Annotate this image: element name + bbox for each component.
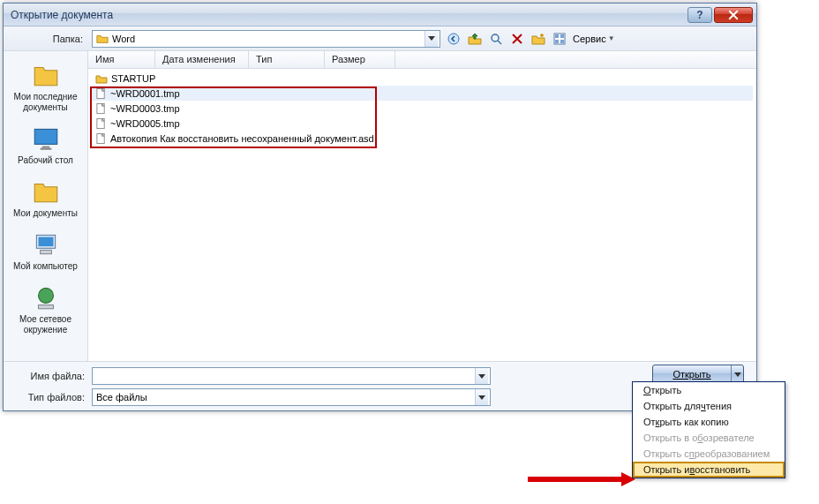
svg-rect-3 xyxy=(555,34,559,38)
network-icon xyxy=(31,282,61,312)
svg-rect-4 xyxy=(560,34,564,38)
svg-rect-6 xyxy=(560,40,564,43)
column-headers[interactable]: Имя Дата изменения Тип Размер xyxy=(88,51,756,69)
filetype-label: Тип файлов: xyxy=(11,392,86,402)
svg-rect-14 xyxy=(38,305,53,309)
svg-rect-9 xyxy=(40,148,51,150)
folder-label: Папка: xyxy=(11,34,86,44)
sidebar-item-mycomputer[interactable]: Мой компьютер xyxy=(6,226,86,277)
menu-item: Открыть с преобразованием xyxy=(633,446,785,462)
help-button[interactable]: ? xyxy=(688,7,712,23)
open-file-dialog: Открытие документа ? Папка: Word Сервис … xyxy=(3,3,757,411)
toolbar: Папка: Word Сервис ▼ xyxy=(4,26,756,51)
file-list-area: Имя Дата изменения Тип Размер STARTUP~WR… xyxy=(88,51,756,361)
svg-rect-5 xyxy=(555,40,559,43)
folder-combo[interactable]: Word xyxy=(92,30,440,48)
file-icon xyxy=(95,132,107,145)
filetype-dropdown[interactable] xyxy=(475,389,488,405)
filename-dropdown[interactable] xyxy=(475,368,488,384)
annotation-arrow xyxy=(528,473,635,485)
window-title: Открытие документа xyxy=(11,9,686,21)
open-button-dropdown[interactable] xyxy=(731,365,743,383)
menu-item[interactable]: Открыть для чтения xyxy=(633,398,785,414)
open-button-menu[interactable]: ОткрытьОткрыть для чтенияОткрыть как коп… xyxy=(632,381,785,478)
folder-icon xyxy=(96,33,109,45)
svg-rect-8 xyxy=(41,147,49,148)
col-date[interactable]: Дата изменения xyxy=(155,51,249,68)
sidebar-item-desktop[interactable]: Рабочий стол xyxy=(6,120,86,171)
sidebar-item-recent[interactable]: Мои последние документы xyxy=(6,56,86,118)
svg-point-1 xyxy=(492,34,499,41)
col-type[interactable]: Тип xyxy=(249,51,325,68)
svg-point-0 xyxy=(448,34,459,44)
menu-item[interactable]: Открыть как копию xyxy=(633,414,785,430)
file-row[interactable]: ~WRD0003.tmp xyxy=(92,101,753,116)
file-name: ~WRD0005.tmp xyxy=(110,118,180,129)
svg-rect-11 xyxy=(38,237,53,247)
col-name[interactable]: Имя xyxy=(88,51,155,68)
svg-point-13 xyxy=(38,288,53,303)
search-web-icon[interactable] xyxy=(488,31,504,47)
new-folder-icon[interactable] xyxy=(530,31,546,47)
filename-label: Имя файла: xyxy=(11,371,86,381)
menu-item[interactable]: Открыть xyxy=(633,382,785,398)
file-row[interactable]: ~WRD0005.tmp xyxy=(92,116,753,131)
file-row[interactable]: STARTUP xyxy=(92,71,753,86)
close-button[interactable] xyxy=(714,7,753,23)
service-menu[interactable]: Сервис ▼ xyxy=(573,34,615,44)
file-name: Автокопия Как восстановить несохраненный… xyxy=(110,133,374,144)
my-docs-icon xyxy=(31,177,61,207)
file-row[interactable]: Автокопия Как восстановить несохраненный… xyxy=(92,131,753,146)
menu-item[interactable]: Открыть и восстановить xyxy=(633,462,785,478)
folder-combo-dropdown[interactable] xyxy=(425,31,438,47)
desktop-icon xyxy=(31,124,61,154)
filename-input[interactable] xyxy=(92,367,491,385)
file-list[interactable]: STARTUP~WRD0001.tmp~WRD0003.tmp~WRD0005.… xyxy=(88,69,756,361)
chevron-down-icon: ▼ xyxy=(608,34,615,42)
file-icon xyxy=(95,117,107,130)
folder-combo-value: Word xyxy=(112,34,425,44)
service-label: Сервис xyxy=(573,34,606,44)
views-icon[interactable] xyxy=(552,31,567,47)
titlebar[interactable]: Открытие документа ? xyxy=(4,4,756,26)
file-icon xyxy=(95,87,107,100)
svg-rect-12 xyxy=(40,250,51,253)
file-name: STARTUP xyxy=(111,73,155,84)
sidebar-item-network[interactable]: Мое сетевое окружение xyxy=(6,279,86,341)
file-name: ~WRD0003.tmp xyxy=(110,103,180,114)
computer-icon xyxy=(31,229,61,260)
recent-docs-icon xyxy=(31,60,61,90)
delete-icon[interactable] xyxy=(509,31,525,47)
file-name: ~WRD0001.tmp xyxy=(110,88,180,99)
col-size[interactable]: Размер xyxy=(325,51,395,68)
filetype-combo[interactable]: Все файлы xyxy=(92,388,491,406)
sidebar-item-mydocs[interactable]: Мои документы xyxy=(6,173,86,224)
up-one-level-icon[interactable] xyxy=(467,31,483,47)
back-icon[interactable] xyxy=(446,31,462,47)
folder-icon xyxy=(95,72,108,85)
file-icon xyxy=(95,102,107,115)
places-sidebar: Мои последние документы Рабочий стол Мои… xyxy=(4,51,88,361)
menu-item: Открыть в обозревателе xyxy=(633,430,785,446)
file-row[interactable]: ~WRD0001.tmp xyxy=(92,86,753,101)
open-button-label: Открыть xyxy=(653,369,731,380)
svg-rect-7 xyxy=(34,129,57,144)
